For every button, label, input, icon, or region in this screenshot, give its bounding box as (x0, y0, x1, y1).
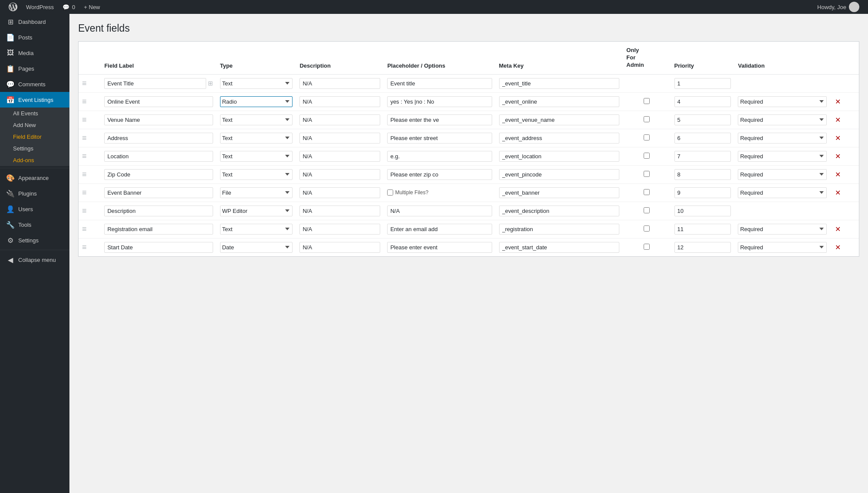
priority-input[interactable] (674, 114, 731, 125)
type-select[interactable]: TextRadioFileWP EditorDateTextareaSelect… (220, 114, 293, 125)
priority-input[interactable] (674, 206, 731, 216)
validation-select[interactable]: RequiredEmailURLNumeric (738, 151, 826, 162)
drag-handle[interactable]: ≡ (79, 74, 101, 92)
description-input[interactable] (299, 169, 380, 180)
type-select[interactable]: TextRadioFileWP EditorDateTextareaSelect… (220, 169, 293, 180)
priority-input[interactable] (674, 96, 731, 107)
placeholder-input[interactable] (387, 206, 492, 216)
new-content[interactable]: + New (79, 0, 104, 14)
only-for-admin-checkbox[interactable] (644, 207, 650, 213)
drag-handle[interactable]: ≡ (79, 111, 101, 129)
type-select[interactable]: TextRadioFileWP EditorDateTextareaSelect… (220, 206, 293, 216)
type-select[interactable]: TextRadioFileWP EditorDateTextareaSelect… (220, 224, 293, 235)
description-input[interactable] (299, 206, 380, 216)
sidebar-item-tools[interactable]: 🔧 Tools (0, 217, 69, 232)
sidebar-item-users[interactable]: 👤 Users (0, 201, 69, 217)
field-label-input[interactable] (104, 224, 213, 235)
comments-link[interactable]: 💬 0 (58, 0, 79, 14)
validation-select[interactable]: RequiredEmailURLNumeric (738, 242, 826, 253)
sidebar-item-settings[interactable]: ⚙ Settings (0, 232, 69, 248)
description-input[interactable] (299, 114, 380, 125)
delete-button[interactable]: ✕ (834, 115, 842, 124)
sidebar-item-comments[interactable]: 💬 Comments (0, 76, 69, 92)
meta-key-input[interactable] (499, 169, 620, 180)
field-label-input[interactable] (104, 96, 213, 107)
only-for-admin-checkbox[interactable] (644, 244, 650, 250)
drag-handle[interactable]: ≡ (79, 147, 101, 165)
priority-input[interactable] (674, 133, 731, 144)
delete-button[interactable]: ✕ (834, 188, 842, 197)
sidebar-item-posts[interactable]: 📄 Posts (0, 29, 69, 45)
only-for-admin-checkbox[interactable] (644, 98, 650, 104)
only-for-admin-checkbox[interactable] (644, 171, 650, 177)
drag-handle[interactable]: ≡ (79, 238, 101, 256)
placeholder-input[interactable] (387, 78, 492, 89)
validation-select[interactable]: RequiredEmailURLNumeric (738, 169, 826, 180)
type-select[interactable]: TextRadioFileWP EditorDateTextareaSelect… (220, 78, 293, 89)
placeholder-input[interactable] (387, 242, 492, 253)
drag-handle[interactable]: ≡ (79, 92, 101, 111)
sidebar-item-plugins[interactable]: 🔌 Plugins (0, 186, 69, 201)
sidebar-item-appearance[interactable]: 🎨 Appearance (0, 170, 69, 186)
meta-key-input[interactable] (499, 187, 620, 198)
drag-handle[interactable]: ≡ (79, 165, 101, 183)
priority-input[interactable] (674, 187, 731, 198)
submenu-field-editor[interactable]: Field Editor (0, 131, 69, 143)
drag-handle[interactable]: ≡ (79, 129, 101, 147)
priority-input[interactable] (674, 78, 731, 89)
description-input[interactable] (299, 96, 380, 107)
field-label-input[interactable] (104, 187, 213, 198)
delete-button[interactable]: ✕ (834, 134, 842, 142)
only-for-admin-checkbox[interactable] (644, 134, 650, 140)
type-select[interactable]: TextRadioFileWP EditorDateTextareaSelect… (220, 242, 293, 253)
meta-key-input[interactable] (499, 114, 620, 125)
priority-input[interactable] (674, 169, 731, 180)
description-input[interactable] (299, 224, 380, 235)
site-name[interactable]: WordPress (22, 0, 58, 14)
submenu-all-events[interactable]: All Events (0, 108, 69, 119)
sidebar-item-pages[interactable]: 📋 Pages (0, 61, 69, 76)
submenu-add-ons[interactable]: Add-ons (0, 154, 69, 166)
only-for-admin-checkbox[interactable] (644, 225, 650, 232)
delete-button[interactable]: ✕ (834, 243, 842, 251)
delete-button[interactable]: ✕ (834, 170, 842, 179)
placeholder-input[interactable] (387, 169, 492, 180)
delete-button[interactable]: ✕ (834, 152, 842, 160)
validation-select[interactable]: RequiredEmailURLNumeric (738, 187, 826, 198)
field-label-input[interactable] (104, 169, 213, 180)
only-for-admin-checkbox[interactable] (644, 116, 650, 122)
field-label-input[interactable] (104, 133, 213, 144)
sidebar-item-media[interactable]: 🖼 Media (0, 45, 69, 61)
validation-select[interactable]: RequiredEmailURLNumeric (738, 96, 826, 107)
drag-handle[interactable]: ≡ (79, 220, 101, 238)
drag-handle[interactable]: ≡ (79, 183, 101, 202)
meta-key-input[interactable] (499, 151, 620, 162)
validation-select[interactable]: RequiredEmailURLNumeric (738, 224, 826, 235)
meta-key-input[interactable] (499, 242, 620, 253)
type-select[interactable]: TextRadioFileWP EditorDateTextareaSelect… (220, 96, 293, 107)
meta-key-input[interactable] (499, 96, 620, 107)
multiple-files-checkbox[interactable] (387, 189, 393, 196)
validation-select[interactable]: RequiredEmailURLNumeric (738, 133, 826, 144)
drag-handle[interactable]: ≡ (79, 202, 101, 220)
sidebar-item-event-listings[interactable]: 📅 Event Listings (0, 92, 69, 108)
only-for-admin-checkbox[interactable] (644, 153, 650, 159)
priority-input[interactable] (674, 224, 731, 235)
priority-input[interactable] (674, 242, 731, 253)
field-label-input[interactable] (104, 114, 213, 125)
field-label-input[interactable] (104, 206, 213, 216)
meta-key-input[interactable] (499, 133, 620, 144)
type-select[interactable]: TextRadioFileWP EditorDateTextareaSelect… (220, 133, 293, 144)
delete-button[interactable]: ✕ (834, 97, 842, 106)
type-select[interactable]: TextRadioFileWP EditorDateTextareaSelect… (220, 187, 293, 198)
sidebar-item-dashboard[interactable]: ⊞ Dashboard (0, 14, 69, 29)
type-select[interactable]: TextRadioFileWP EditorDateTextareaSelect… (220, 151, 293, 162)
description-input[interactable] (299, 133, 380, 144)
placeholder-input[interactable] (387, 114, 492, 125)
submenu-add-new[interactable]: Add New (0, 119, 69, 131)
validation-select[interactable]: RequiredEmailURLNumeric (738, 114, 826, 125)
user-greeting[interactable]: Howdy, Joe (813, 0, 864, 14)
placeholder-input[interactable] (387, 96, 492, 107)
placeholder-input[interactable] (387, 224, 492, 235)
submenu-settings[interactable]: Settings (0, 143, 69, 154)
